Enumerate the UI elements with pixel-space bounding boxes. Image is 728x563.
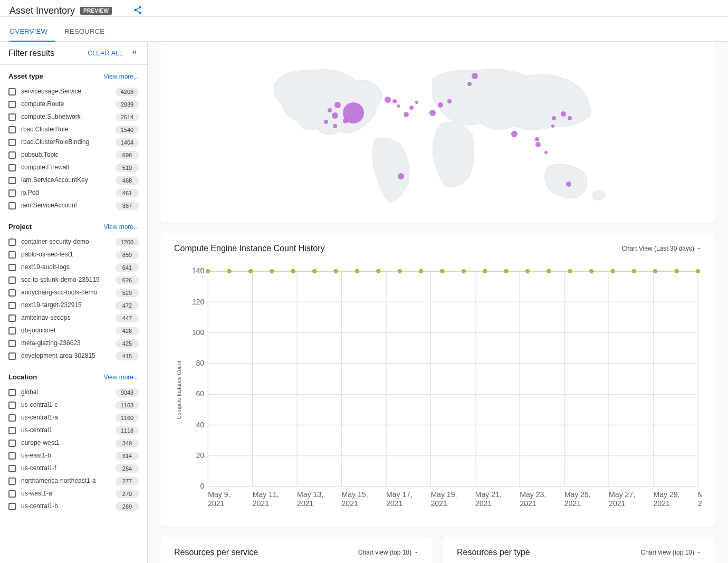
- checkbox[interactable]: [8, 427, 16, 434]
- checkbox[interactable]: [8, 327, 16, 335]
- chart-view-selector-type[interactable]: Chart view (top 10): [641, 549, 702, 556]
- checkbox[interactable]: [8, 113, 16, 121]
- filter-row[interactable]: europe-west1349: [8, 437, 139, 450]
- filter-row[interactable]: andychang-scc-tools-demo529: [8, 287, 139, 299]
- filter-row[interactable]: compute.Firewall510: [8, 161, 139, 174]
- checkbox[interactable]: [8, 177, 16, 184]
- map-bubble[interactable]: [385, 97, 391, 103]
- share-icon[interactable]: [133, 5, 142, 16]
- filter-row[interactable]: meta-glazing-236623425: [8, 337, 139, 350]
- checkbox[interactable]: [8, 264, 16, 271]
- data-point[interactable]: [483, 269, 487, 273]
- map-bubble[interactable]: [404, 112, 409, 117]
- map-bubble[interactable]: [332, 112, 338, 119]
- filter-row[interactable]: northamerica-northeast1-a277: [8, 475, 139, 488]
- filter-row[interactable]: global9043: [8, 386, 139, 399]
- data-point[interactable]: [355, 269, 359, 273]
- checkbox[interactable]: [8, 465, 16, 472]
- map-bubble[interactable]: [551, 125, 554, 128]
- data-point[interactable]: [610, 269, 615, 273]
- map-bubble[interactable]: [535, 137, 539, 141]
- filter-row[interactable]: serviceusage.Service4208: [8, 85, 139, 98]
- chart-view-selector-service[interactable]: Chart view (top 10): [358, 549, 419, 556]
- map-bubble[interactable]: [566, 182, 571, 187]
- checkbox[interactable]: [8, 452, 16, 460]
- filter-row[interactable]: compute.Route2839: [8, 98, 139, 111]
- checkbox[interactable]: [8, 238, 16, 246]
- data-point[interactable]: [333, 269, 338, 273]
- checkbox[interactable]: [8, 414, 16, 422]
- map-bubble[interactable]: [447, 99, 452, 103]
- filter-row[interactable]: us-central11118: [8, 424, 139, 437]
- checkbox[interactable]: [8, 189, 16, 197]
- filter-row[interactable]: us-east1-b314: [8, 450, 139, 462]
- map-bubble[interactable]: [328, 108, 332, 112]
- map-bubble[interactable]: [511, 131, 518, 137]
- filter-row[interactable]: pablo-os-sec-test1859: [8, 249, 139, 261]
- data-point[interactable]: [589, 269, 593, 273]
- tab-resource[interactable]: RESOURCE: [64, 22, 112, 41]
- filter-row[interactable]: us-central1-c1163: [8, 399, 139, 412]
- view-more-link[interactable]: View more...: [104, 223, 139, 231]
- map-bubble[interactable]: [333, 124, 337, 128]
- filter-row[interactable]: next19-audit-logs641: [8, 261, 139, 274]
- data-point[interactable]: [376, 269, 380, 273]
- filter-row[interactable]: pubsub.Topic698: [8, 149, 139, 161]
- data-point[interactable]: [674, 269, 678, 273]
- filter-row[interactable]: amiteinav-secops447: [8, 312, 139, 325]
- filter-row[interactable]: qb-joonixnet426: [8, 325, 139, 337]
- data-point[interactable]: [632, 269, 636, 273]
- checkbox[interactable]: [8, 440, 16, 447]
- checkbox[interactable]: [8, 402, 16, 409]
- checkbox[interactable]: [8, 139, 16, 146]
- data-point[interactable]: [696, 269, 700, 273]
- checkbox[interactable]: [8, 503, 16, 510]
- data-point[interactable]: [653, 269, 657, 273]
- map-bubble[interactable]: [467, 82, 472, 86]
- data-point[interactable]: [504, 269, 508, 273]
- map-bubble[interactable]: [561, 111, 566, 117]
- checkbox[interactable]: [8, 302, 16, 309]
- data-point[interactable]: [547, 269, 551, 273]
- checkbox[interactable]: [8, 202, 16, 209]
- chart-view-selector[interactable]: Chart View (Last 30 days): [621, 245, 702, 252]
- view-more-link[interactable]: View more...: [104, 73, 139, 80]
- map-bubble[interactable]: [535, 142, 541, 147]
- checkbox[interactable]: [8, 164, 16, 171]
- map-bubble[interactable]: [324, 120, 328, 124]
- filter-row[interactable]: io.Pod461: [8, 187, 139, 199]
- checkbox[interactable]: [8, 151, 16, 159]
- filter-row[interactable]: development-area-302815415: [8, 350, 139, 362]
- map-bubble[interactable]: [438, 102, 443, 108]
- data-point[interactable]: [248, 269, 253, 273]
- data-point[interactable]: [206, 269, 210, 273]
- data-point[interactable]: [270, 269, 274, 273]
- filter-row[interactable]: next19-target-232915472: [8, 299, 139, 312]
- filter-row[interactable]: us-west1-a270: [8, 488, 139, 500]
- collapse-sidebar-icon[interactable]: [130, 48, 139, 58]
- filter-row[interactable]: container-security-demo1200: [8, 236, 139, 249]
- filter-row[interactable]: rbac.ClusterRoleBinding1404: [8, 136, 139, 149]
- filter-row[interactable]: iam.ServiceAccount387: [8, 199, 139, 212]
- checkbox[interactable]: [8, 251, 16, 259]
- checkbox[interactable]: [8, 389, 16, 396]
- checkbox[interactable]: [8, 88, 16, 96]
- map-bubble[interactable]: [397, 104, 400, 108]
- data-point[interactable]: [312, 269, 317, 273]
- data-point[interactable]: [419, 269, 423, 273]
- map-bubble[interactable]: [552, 116, 556, 120]
- tab-overview[interactable]: OVERVIEW: [9, 22, 55, 42]
- data-point[interactable]: [440, 269, 444, 273]
- checkbox[interactable]: [8, 352, 16, 360]
- data-point[interactable]: [525, 269, 530, 273]
- map-bubble[interactable]: [343, 118, 348, 123]
- map-bubble[interactable]: [568, 116, 572, 120]
- filter-row[interactable]: rbac.ClusterRole1540: [8, 123, 139, 136]
- map-bubble[interactable]: [398, 173, 404, 179]
- checkbox[interactable]: [8, 126, 16, 133]
- data-point[interactable]: [462, 269, 466, 273]
- checkbox[interactable]: [8, 478, 16, 485]
- view-more-link[interactable]: View more...: [104, 374, 139, 381]
- map-bubble[interactable]: [334, 102, 341, 108]
- map-bubble[interactable]: [429, 110, 436, 116]
